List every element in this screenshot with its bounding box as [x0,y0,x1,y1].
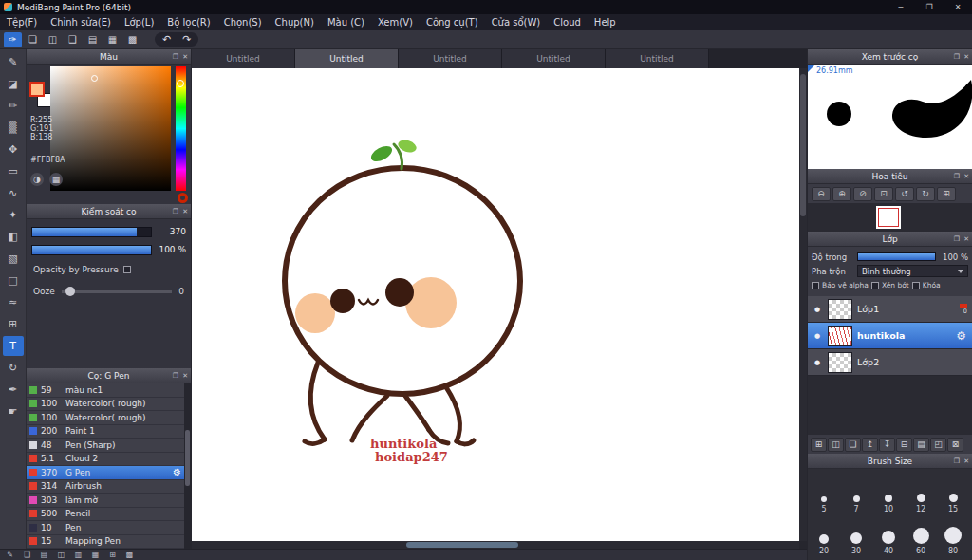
menu-item[interactable]: Xem(V) [371,14,420,30]
palette-toggle-icon[interactable]: ▦ [49,173,63,186]
clear-layer-button[interactable]: ▤ [913,438,929,452]
eraser-tool[interactable]: ◪ [3,74,24,94]
close-panel-icon[interactable]: ✕ [182,372,188,380]
brush-size-option[interactable]: 7 [840,473,872,514]
mask-layer-button[interactable]: ◰ [930,438,946,452]
undock-panel-icon[interactable]: ❐ [954,173,960,180]
opacity-by-pressure-checkbox[interactable] [123,266,131,273]
duplicate-layer-button[interactable]: ❏ [845,438,861,452]
layer-row[interactable]: ● Lớp2 [808,349,972,376]
Paint 1[interactable]: 200 Paint 1 ⚙ [27,425,184,439]
undock-panel-icon[interactable]: ❐ [173,372,178,380]
blend-mode-dropdown[interactable]: Bình thường [857,265,968,277]
comment-button[interactable]: ❑ [64,32,82,47]
canvas-vertical-scrollbar[interactable] [799,68,807,541]
close-panel-icon[interactable]: ✕ [963,53,969,61]
brush-size-option[interactable]: 10 [872,473,905,514]
close-panel-icon[interactable]: ✕ [963,173,969,180]
shape-tool[interactable]: □ [3,271,24,290]
rotate-left-button[interactable]: ↺ [895,187,914,201]
foreground-color-swatch[interactable] [29,82,45,97]
undock-panel-icon[interactable]: ❐ [954,53,960,61]
zoom-reset-button[interactable]: ⊘ [853,187,872,201]
toggle-material-panel-button[interactable]: ▦ [88,550,103,560]
save-button[interactable]: ◫ [44,32,62,47]
delete-layer-button[interactable]: ⊠ [947,438,963,452]
Airbrush[interactable]: 314 Airbrush ⚙ [27,480,184,495]
undock-panel-icon[interactable]: ❐ [173,53,178,61]
add-layer-button[interactable]: ⊞ [811,438,827,452]
scrollbar-thumb[interactable] [185,430,190,486]
menu-item[interactable]: Chọn(S) [217,14,269,30]
navigator-preview[interactable] [808,203,972,232]
layer-visibility-icon[interactable]: ● [812,306,823,313]
add-panel-button[interactable]: ⊞ [105,550,120,560]
redo-button[interactable]: ↷ [182,33,191,46]
rotate-right-button[interactable]: ↻ [916,187,935,201]
close-panel-icon[interactable]: ✕ [963,457,969,465]
undo-button[interactable]: ↶ [162,33,171,46]
text-tool[interactable]: T [3,336,24,356]
rotate-tool[interactable]: ↻ [3,358,24,378]
toggle-color-panel-button[interactable]: ▤ [37,550,51,560]
canvas-horizontal-scrollbar[interactable] [192,541,799,549]
toggle-layer-panel-button[interactable]: ◫ [54,550,68,560]
document-tab[interactable]: Untitled [502,49,606,68]
color-marker[interactable] [91,75,98,82]
material-button[interactable]: ▦ [103,32,122,47]
Cloud 2[interactable]: 5.1 Cloud 2 ⚙ [27,453,184,467]
undock-panel-icon[interactable]: ❐ [173,208,178,215]
brush-list-scrollbar[interactable] [184,383,191,549]
brush-size-option[interactable]: 80 [937,514,969,556]
menu-item[interactable]: Cloud [547,14,588,30]
brush-size-option[interactable]: 5 [808,473,840,514]
close-panel-icon[interactable]: ✕ [963,235,969,243]
Pencil[interactable]: 500 Pencil ⚙ [27,508,184,522]
move-layer-up-button[interactable]: ↥ [862,438,878,452]
move-tool[interactable]: ✥ [3,140,24,159]
làm mờ[interactable]: 303 làm mờ ⚙ [27,494,184,508]
brush-settings-icon[interactable]: ⚙ [173,467,181,477]
gradient-tool[interactable]: ▧ [3,249,24,269]
brush-size-option[interactable]: 60 [905,514,937,556]
eyedropper-tool[interactable]: ✒ [3,380,24,400]
màu nc1[interactable]: 59 màu nc1 ⚙ [27,383,184,398]
brush-tool[interactable]: ✎ [3,52,24,72]
hand-tool[interactable]: ☛ [3,401,24,421]
layer-row[interactable]: ● huntikola ⚙ [808,323,972,349]
brush-size-option[interactable]: 15 [937,473,969,514]
Pen[interactable]: 10 Pen ⚙ [27,521,184,535]
G Pen[interactable]: 370 G Pen ⚙ [27,466,184,480]
document-tab[interactable]: Untitled [192,49,295,68]
scrollbar-thumb[interactable] [406,542,518,548]
zoom-in-button[interactable]: ⊕ [832,187,851,201]
reset-view-button[interactable]: ⊞ [937,187,956,201]
Pen (Sharp)[interactable]: 48 Pen (Sharp) ⚙ [27,439,184,453]
toggle-brush-panel-button[interactable]: ❏ [20,550,34,560]
brush-opacity-slider[interactable] [31,245,152,255]
close-button[interactable]: ✕ [944,0,972,14]
grid-toggle-button[interactable]: ▩ [122,550,137,560]
grid-button[interactable]: ▩ [123,32,141,47]
snapshot-button[interactable]: ▤ [84,32,102,47]
layer-settings-icon[interactable]: ⚙ [956,329,966,343]
merge-layer-button[interactable]: ⊟ [896,438,912,452]
navigator-thumbnail[interactable] [876,206,901,229]
new-canvas-button[interactable]: ❏ [24,32,42,47]
clipping-checkbox[interactable] [871,282,879,289]
scrollbar-thumb[interactable] [800,74,806,216]
Watercolor( rough)[interactable]: 100 Watercolor( rough) ⚙ [27,411,184,425]
document-tab[interactable]: Untitled [399,49,502,68]
Mapping Pen[interactable]: 15 Mapping Pen ⚙ [27,535,184,550]
menu-item[interactable]: Tệp(F) [0,14,44,30]
layer-opacity-slider[interactable] [857,252,936,261]
Watercolor( rough)[interactable]: 100 Watercolor( rough) ⚙ [27,398,184,412]
maximize-button[interactable]: ❐ [915,0,944,14]
brush-size-slider[interactable] [31,227,152,237]
brush-size-option[interactable]: 20 [808,514,840,556]
saturation-value-square[interactable] [50,66,171,191]
move-layer-down-button[interactable]: ↧ [879,438,895,452]
brush-size-option[interactable]: 40 [872,514,905,556]
document-tab[interactable]: Untitled [295,49,399,68]
undock-panel-icon[interactable]: ❐ [954,457,960,465]
